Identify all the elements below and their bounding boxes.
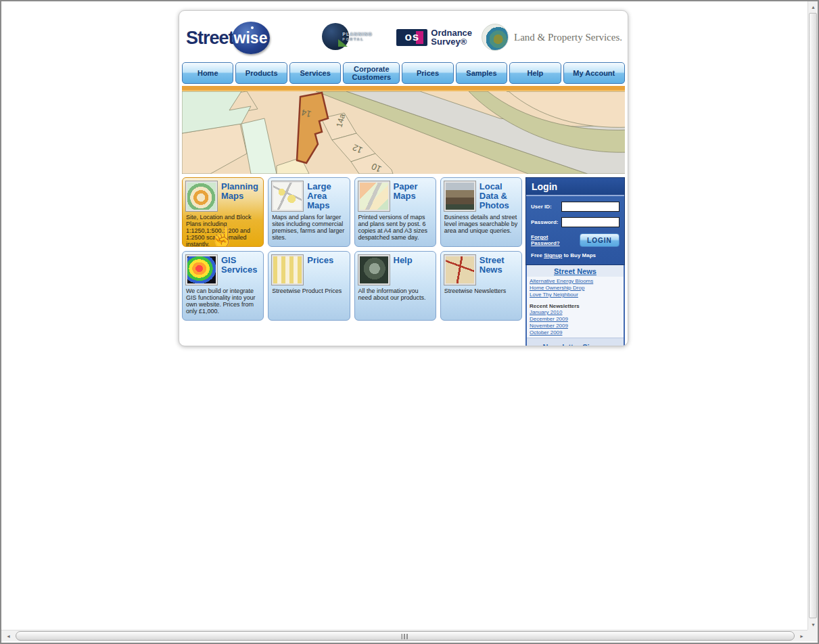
ordnance-survey-logo: os Ordnance Survey®	[396, 28, 472, 46]
card-description: Streetwise Product Prices	[272, 288, 346, 294]
card-title: Prices	[307, 255, 333, 285]
nav-button-services[interactable]: Services	[289, 62, 341, 84]
nav-button-samples[interactable]: Samples	[456, 62, 507, 84]
nav-button-help[interactable]: Help	[509, 62, 561, 84]
gis-services-thumbnail	[186, 255, 217, 285]
product-card-paper-maps[interactable]: Paper MapsPrinted versions of maps and p…	[354, 177, 436, 247]
hand-cursor-icon: ☝	[210, 225, 235, 247]
free-signup-line: Free Signup to Buy Maps	[531, 252, 619, 258]
ordnance-survey-os-icon: os	[396, 29, 427, 46]
card-description: We can build or integrate GIS functional…	[186, 288, 260, 315]
street-news-body: Alternative Energy BloomsHome Ownership …	[527, 277, 624, 338]
product-card-local-data-photos[interactable]: Local Data & PhotosBusiness details and …	[440, 177, 522, 247]
card-description: Business details and street level images…	[444, 214, 518, 234]
product-grid: Planning MapsSite, Location and Block Pl…	[182, 177, 522, 346]
scrollbar-corner	[808, 630, 818, 641]
product-card-gis-services[interactable]: GIS ServicesWe can build or integrate GI…	[182, 251, 264, 321]
site-header: Street wise PLANNING PORTAL os Ordnance	[181, 12, 626, 62]
card-header: Local Data & Photos	[444, 181, 518, 211]
card-header: Help	[358, 255, 432, 285]
product-card-street-news[interactable]: Street NewsStreetwise Newsletters	[440, 251, 522, 321]
nav-button-products[interactable]: Products	[235, 62, 287, 84]
login-panel: Login User ID: Password: Forgot Password…	[525, 177, 625, 265]
card-description: Maps and plans for larger sites includin…	[272, 214, 346, 241]
password-field[interactable]	[561, 217, 619, 227]
product-card-help[interactable]: HelpAll the information you need about o…	[354, 251, 436, 321]
news-link-love-thy-neighbour[interactable]: Love Thy Neighbour	[530, 292, 621, 298]
scroll-down-icon[interactable]: ▼	[808, 619, 818, 630]
site-content-card: Street wise PLANNING PORTAL os Ordnance	[179, 10, 628, 346]
planning-portal-logo: PLANNING PORTAL	[322, 23, 387, 51]
card-header: GIS Services	[186, 255, 260, 285]
browser-window: Street wise PLANNING PORTAL os Ordnance	[0, 0, 819, 644]
login-button[interactable]: LOGIN	[580, 233, 619, 247]
card-title: Large Area Maps	[307, 181, 346, 211]
nav-button-my-account[interactable]: My Account	[563, 62, 625, 84]
card-description: Printed versions of maps and plans sent …	[358, 214, 432, 241]
map-banner-image: 14 14a 12 10	[182, 91, 625, 174]
main-nav: HomeProductsServicesCorporate CustomersP…	[181, 62, 626, 84]
map-banner: 14 14a 12 10	[182, 91, 625, 174]
product-card-large-area-maps[interactable]: Large Area MapsMaps and plans for larger…	[268, 177, 350, 247]
nav-button-home[interactable]: Home	[182, 62, 233, 84]
newsletter-link-december-2009[interactable]: December 2009	[530, 316, 621, 323]
scroll-right-icon[interactable]: ►	[796, 630, 808, 641]
land-property-services-logo: Land & Property Services.	[482, 24, 622, 51]
logo-text-wise: wise	[234, 29, 268, 47]
partner-logos: PLANNING PORTAL os Ordnance Survey® Land…	[322, 23, 622, 51]
planning-portal-label: PLANNING PORTAL	[342, 32, 373, 41]
scroll-up-icon[interactable]: ▲	[808, 1, 818, 12]
large-area-maps-thumbnail	[272, 181, 303, 211]
street-news-panel: Street News Alternative Energy BloomsHom…	[525, 265, 625, 346]
streetwise-logo[interactable]: Street wise	[186, 22, 270, 54]
ordnance-survey-label: Ordnance Survey®	[431, 28, 472, 46]
newsletter-signup-strip: Newsletter Signup	[527, 338, 624, 346]
vertical-scroll-thumb[interactable]	[809, 13, 817, 618]
scroll-grip-icon	[402, 634, 409, 639]
right-column: Login User ID: Password: Forgot Password…	[525, 177, 625, 346]
newsletter-signup-link[interactable]: Newsletter Signup	[543, 343, 608, 346]
logo-text-street: Street	[186, 28, 234, 49]
newsletter-links: January 2010December 2009November 2009Oc…	[530, 309, 621, 336]
product-card-planning-maps[interactable]: Planning MapsSite, Location and Block Pl…	[182, 177, 264, 247]
card-header: Large Area Maps	[272, 181, 346, 211]
card-header: Street News	[444, 255, 518, 285]
password-label: Password:	[531, 219, 561, 225]
help-thumbnail	[358, 255, 390, 285]
card-title: Street News	[479, 255, 518, 285]
horizontal-scrollbar[interactable]: ◄ ►	[1, 630, 808, 641]
newsletter-link-november-2009[interactable]: November 2009	[530, 323, 621, 329]
lps-label: Land & Property Services.	[514, 32, 622, 43]
vertical-scrollbar[interactable]: ▲ ▼	[808, 1, 818, 630]
news-link-home-ownership-drop[interactable]: Home Ownership Drop	[530, 285, 621, 292]
card-description: All the information you need about our p…	[358, 288, 432, 301]
paper-maps-thumbnail	[358, 181, 390, 211]
logo-globe-icon: wise	[232, 22, 270, 54]
street-news-links: Alternative Energy BloomsHome Ownership …	[530, 278, 621, 298]
prices-thumbnail	[272, 255, 303, 285]
horizontal-scroll-thumb[interactable]	[16, 631, 795, 641]
user-id-field[interactable]	[561, 202, 619, 212]
product-card-prices[interactable]: PricesStreetwise Product Prices	[268, 251, 350, 321]
main-content: Planning MapsSite, Location and Block Pl…	[182, 177, 625, 346]
newsletter-link-october-2009[interactable]: October 2009	[530, 329, 621, 336]
card-title: Planning Maps	[221, 181, 260, 211]
signup-link[interactable]: Signup	[544, 252, 562, 258]
card-title: Paper Maps	[394, 181, 432, 211]
recent-newsletters-title: Recent Newsletters	[530, 303, 621, 309]
card-header: Paper Maps	[358, 181, 432, 211]
newsletter-link-january-2010[interactable]: January 2010	[530, 309, 621, 316]
nav-button-corporate-customers[interactable]: Corporate Customers	[343, 62, 400, 84]
nav-button-prices[interactable]: Prices	[402, 62, 453, 84]
card-title: GIS Services	[221, 255, 260, 285]
scroll-left-icon[interactable]: ◄	[3, 630, 14, 641]
planning-maps-thumbnail	[186, 181, 217, 211]
news-link-alternative-energy-blooms[interactable]: Alternative Energy Blooms	[530, 278, 621, 285]
street-news-thumbnail	[444, 255, 475, 285]
forgot-password-link[interactable]: Forgot Password?	[531, 234, 575, 246]
orange-accent-bar	[182, 86, 625, 91]
card-title: Local Data & Photos	[479, 181, 518, 211]
login-panel-title: Login	[526, 178, 624, 196]
card-header: Planning Maps	[186, 181, 260, 211]
street-news-title-link[interactable]: Street News	[527, 265, 624, 277]
